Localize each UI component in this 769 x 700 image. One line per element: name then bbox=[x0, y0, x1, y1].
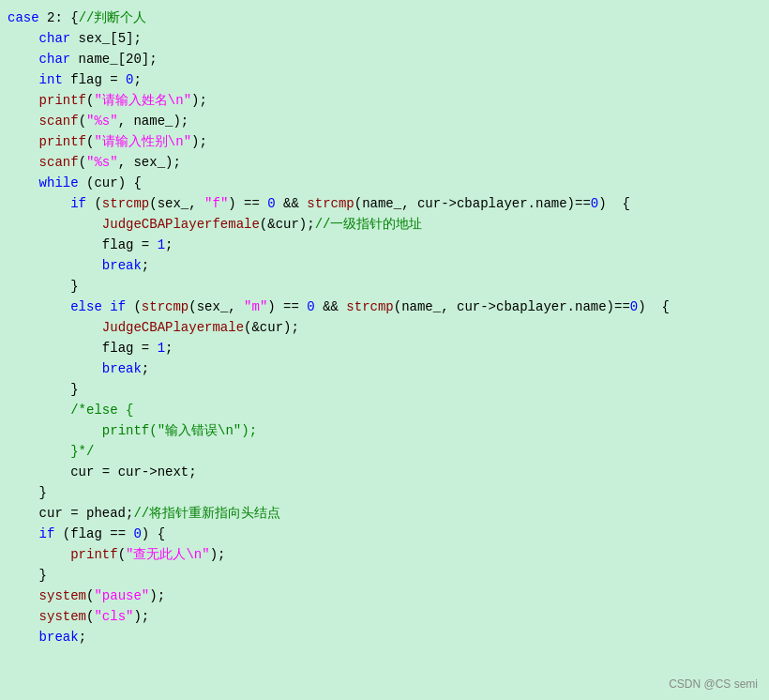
line-content: printf("请输入性别\n"); bbox=[8, 131, 761, 152]
code-line: int flag = 0; bbox=[0, 69, 769, 90]
code-segment: printf bbox=[39, 134, 86, 149]
code-segment: "cls" bbox=[94, 609, 133, 624]
code-segment: //判断个人 bbox=[79, 10, 147, 25]
code-segment: "请输入姓名\n" bbox=[94, 93, 191, 108]
code-segment bbox=[8, 72, 39, 87]
code-segment: ; bbox=[165, 341, 173, 356]
code-line: case 2: {//判断个人 bbox=[0, 8, 769, 28]
code-segment bbox=[8, 31, 39, 46]
code-segment: ); bbox=[191, 93, 207, 108]
code-line: cur = phead;//将指针重新指向头结点 bbox=[0, 503, 769, 524]
code-line: flag = 1; bbox=[0, 338, 769, 358]
code-segment bbox=[8, 114, 39, 129]
code-segment bbox=[8, 526, 39, 541]
code-segment: , sex_); bbox=[118, 155, 181, 170]
code-segment bbox=[8, 299, 70, 314]
watermark: CSDN @CS semi bbox=[669, 677, 758, 691]
code-segment bbox=[8, 217, 102, 232]
code-segment: 0 bbox=[591, 196, 598, 211]
code-segment bbox=[8, 320, 102, 335]
code-segment: JudgeCBAPlayermale bbox=[102, 320, 244, 335]
code-line: } bbox=[0, 379, 769, 400]
code-segment: "查无此人\n" bbox=[126, 547, 210, 562]
code-segment: strcmp bbox=[102, 196, 149, 211]
code-segment: strcmp bbox=[142, 299, 188, 314]
code-segment: (name_, cur->cbaplayer.name)== bbox=[394, 299, 630, 314]
code-segment: ) { bbox=[142, 526, 165, 541]
line-content: JudgeCBAPlayermale(&cur); bbox=[8, 317, 761, 338]
code-segment: ) == bbox=[267, 299, 307, 314]
code-line: scanf("%s", name_); bbox=[0, 111, 769, 131]
code-line: break; bbox=[0, 627, 769, 647]
code-line: } bbox=[0, 482, 769, 503]
code-segment: ); bbox=[149, 588, 165, 603]
code-segment: "%s" bbox=[86, 155, 118, 170]
code-segment: (flag == bbox=[54, 526, 133, 541]
line-content: if (flag == 0) { bbox=[8, 524, 761, 544]
line-content: }*/ bbox=[8, 441, 761, 462]
code-segment: ) == bbox=[228, 196, 267, 211]
code-segment: system bbox=[39, 609, 86, 624]
code-segment: scanf bbox=[39, 114, 79, 129]
code-segment: break bbox=[102, 258, 142, 273]
code-segment: (sex_, bbox=[149, 196, 204, 211]
line-content: char name_[20]; bbox=[8, 49, 761, 69]
code-segment: 1 bbox=[158, 341, 165, 356]
code-segment: printf bbox=[70, 547, 117, 562]
code-container: case 2: {//判断个人 char sex_[5]; char name_… bbox=[0, 0, 769, 700]
code-line: printf("请输入姓名\n"); bbox=[0, 90, 769, 111]
code-segment bbox=[8, 155, 39, 170]
code-line: printf("输入错误\n"); bbox=[0, 420, 769, 441]
code-segment: 0 bbox=[307, 299, 314, 314]
code-segment: (sex_, bbox=[188, 299, 244, 314]
code-line: /*else { bbox=[0, 400, 769, 420]
line-content: while (cur) { bbox=[8, 173, 761, 193]
code-segment bbox=[8, 506, 39, 521]
code-segment: ( bbox=[118, 547, 126, 562]
code-line: while (cur) { bbox=[0, 173, 769, 193]
code-segment bbox=[8, 630, 39, 645]
code-segment: cur = phead; bbox=[39, 506, 134, 521]
code-segment bbox=[102, 299, 110, 314]
code-line: break; bbox=[0, 255, 769, 276]
code-segment: /*else { bbox=[70, 403, 133, 418]
code-segment bbox=[8, 341, 102, 356]
code-line: if (strcmp(sex_, "f") == 0 && strcmp(nam… bbox=[0, 193, 769, 214]
code-segment: strcmp bbox=[346, 299, 393, 314]
code-segment: 2: { bbox=[39, 10, 79, 25]
code-segment: }*/ bbox=[70, 444, 94, 459]
code-line: break; bbox=[0, 358, 769, 379]
code-segment: (&cur); bbox=[260, 217, 315, 232]
code-segment: (cur) { bbox=[79, 175, 142, 190]
line-content: } bbox=[8, 482, 761, 503]
code-segment: (name_, cur->cbaplayer.name)== bbox=[354, 196, 591, 211]
line-content: scanf("%s", name_); bbox=[8, 111, 761, 131]
line-content: char sex_[5]; bbox=[8, 28, 761, 49]
code-segment: if bbox=[39, 526, 55, 541]
code-segment: ); bbox=[133, 609, 149, 624]
code-segment: flag = bbox=[63, 72, 126, 87]
code-segment bbox=[8, 588, 39, 603]
code-segment bbox=[8, 196, 70, 211]
code-segment: name_[20]; bbox=[70, 52, 157, 67]
code-segment: else bbox=[70, 299, 102, 314]
code-line: char sex_[5]; bbox=[0, 28, 769, 49]
line-content: printf("输入错误\n"); bbox=[8, 420, 761, 441]
code-line: }*/ bbox=[0, 441, 769, 462]
code-segment: "%s" bbox=[86, 114, 118, 129]
code-line: } bbox=[0, 276, 769, 297]
line-content: system("cls"); bbox=[8, 606, 761, 627]
code-segment bbox=[8, 547, 70, 562]
code-segment: ( bbox=[86, 196, 102, 211]
code-segment: ; bbox=[165, 237, 173, 252]
code-segment: "m" bbox=[244, 299, 267, 314]
line-content: } bbox=[8, 565, 761, 586]
code-segment bbox=[8, 93, 39, 108]
code-segment: strcmp bbox=[307, 196, 354, 211]
code-segment: 0 bbox=[630, 299, 638, 314]
code-segment bbox=[8, 237, 102, 252]
code-line: char name_[20]; bbox=[0, 49, 769, 69]
code-segment: if bbox=[110, 299, 126, 314]
code-segment: char bbox=[39, 52, 71, 67]
code-segment: 0 bbox=[267, 196, 275, 211]
